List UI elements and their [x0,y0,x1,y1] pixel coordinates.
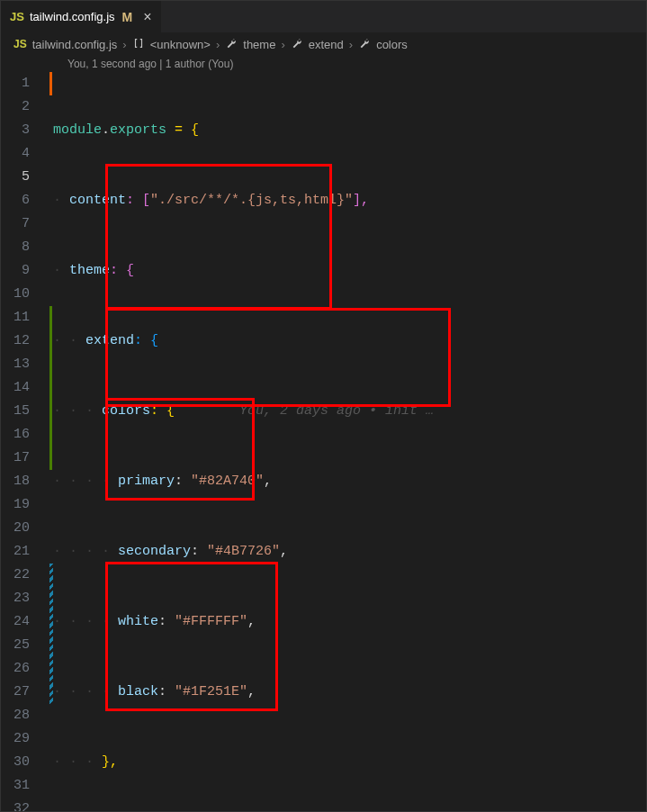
line-number: 14 [10,376,30,400]
line-number: 29 [10,727,30,751]
chevron-right-icon: › [122,38,126,51]
brackets-icon [132,37,145,52]
line-number: 4 [10,142,30,166]
line-number: 17 [10,447,30,470]
tab-bar: JS tailwind.config.js M × [1,1,646,32]
line-number: 9 [10,259,30,283]
line-number: 28 [10,704,30,727]
code-editor[interactable]: 1234567891011121314151617181920212223242… [1,72,646,812]
line-number: 32 [10,798,30,812]
close-icon[interactable]: × [143,10,151,24]
wrench-icon [225,37,238,52]
line-number: 10 [10,283,30,306]
annotation-box-fontfamily [105,308,451,407]
line-number: 11 [10,306,30,329]
line-number: 23 [10,587,30,610]
js-file-icon: JS [10,10,24,23]
line-number: 13 [10,353,30,376]
line-number: 27 [10,681,30,704]
chevron-right-icon: › [216,38,220,51]
breadcrumb-item-extend[interactable]: extend [309,38,344,51]
breadcrumb-file[interactable]: tailwind.config.js [32,38,118,51]
editor-tab[interactable]: JS tailwind.config.js M × [1,1,162,32]
chevron-right-icon: › [349,38,353,51]
line-number: 15 [10,400,30,423]
line-number: 31 [10,774,30,798]
chevron-right-icon: › [281,38,284,51]
breadcrumb-item-theme[interactable]: theme [243,38,275,51]
line-number: 3 [10,119,30,142]
annotation-box-colors [105,164,332,310]
line-number: 6 [10,189,30,212]
line-number: 21 [10,540,30,564]
line-number: 25 [10,634,30,657]
line-number: 7 [10,212,30,236]
line-number: 19 [10,493,30,517]
line-number: 8 [10,236,30,259]
line-number: 20 [10,517,30,540]
line-number-gutter: 1234567891011121314151617181920212223242… [1,72,46,812]
line-number: 30 [10,751,30,774]
code-area[interactable]: module.exports = { · content: ["./src/**… [46,72,490,812]
line-number: 16 [10,423,30,447]
line-number: 24 [10,610,30,634]
tab-modified-badge: M [122,10,133,24]
wrench-icon [358,37,371,52]
breadcrumb-item-unknown[interactable]: <unknown> [150,38,211,51]
line-number: 5 [10,166,30,189]
js-file-icon: JS [13,38,27,50]
line-number: 18 [10,470,30,493]
breadcrumb[interactable]: JS tailwind.config.js › <unknown> › them… [1,32,646,56]
wrench-icon [291,37,303,52]
line-number: 22 [10,564,30,587]
line-number: 26 [10,657,30,681]
line-number: 12 [10,329,30,353]
line-number: 2 [10,95,30,119]
breadcrumb-item-colors[interactable]: colors [376,38,408,51]
line-number: 1 [10,72,30,95]
tab-title: tailwind.config.js [30,10,115,23]
codelens-authors[interactable]: You, 1 second ago | 1 author (You) [1,56,646,72]
git-blame-annotation: You, 2 days ago • init … [175,403,434,419]
